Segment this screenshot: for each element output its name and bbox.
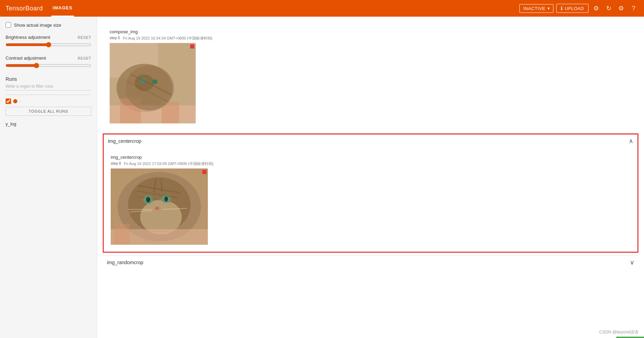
actual-size-label[interactable]: Show actual image size [14,23,61,28]
compose-img-section: compose_img step 0 Fri Aug 19 2022 16:34… [103,22,638,130]
compose-timestamp: Fri Aug 19 2022 16:34:34 GMT+0800 (中国标准时… [123,36,212,41]
brightness-reset-button[interactable]: RESET [78,35,91,40]
show-actual-size-control: Show actual image size [6,22,91,28]
contrast-reset-button[interactable]: RESET [78,56,91,60]
brightness-label: Brightness adjustment [6,35,50,40]
progress-bar [616,337,644,338]
compose-img-wrapper [110,43,196,123]
randomcrop-section: img_randomcrop ∨ [103,255,638,269]
compose-red-flag [190,44,194,49]
contrast-label: Contrast adjustment [6,55,46,61]
centercrop-red-flag [202,170,206,174]
svg-point-10 [152,79,158,84]
refresh-icon[interactable]: ↻ [604,3,613,13]
svg-point-21 [155,207,159,210]
compose-img-panel: compose_img step 0 Fri Aug 19 2022 16:34… [103,22,638,130]
centercrop-header: img_centercrop ∧ [104,135,637,148]
svg-rect-29 [114,224,130,245]
compose-img-title: compose_img [110,29,138,34]
centercrop-collapse-icon[interactable]: ∧ [629,137,633,145]
randomcrop-title: img_randomcrop [107,260,143,265]
compose-img-meta: step 0 Fri Aug 19 2022 16:34:34 GMT+0800… [110,36,212,41]
compose-step: step 0 [110,36,120,41]
info-icon: ℹ [561,6,562,11]
dropdown-chevron-icon: ▾ [548,6,550,11]
randomcrop-header: img_randomcrop ∨ [103,255,638,269]
centercrop-cat-image [111,168,208,245]
brand-logo: TensorBoard [6,5,43,12]
status-dropdown[interactable]: INACTIVE ▾ [519,4,553,13]
content-area: compose_img step 0 Fri Aug 19 2022 16:34… [97,17,644,338]
brightness-slider[interactable] [6,42,91,47]
settings-gear-icon[interactable]: ⚙ [591,3,601,13]
upload-button[interactable]: ℹ UPLOAD [556,4,588,13]
centercrop-img-wrapper [111,168,208,245]
runs-section: Runs Write a regex to filter runs · TOGG… [6,76,91,127]
centercrop-section: img_centercrop ∧ img_centercrop step 0 F… [103,133,638,253]
header-controls: INACTIVE ▾ ℹ UPLOAD ⚙ ↻ ⚙ ? [519,3,638,13]
randomcrop-expand-icon[interactable]: ∨ [630,259,634,266]
centercrop-card: img_centercrop step 0 Fri Aug 19 2022 17… [108,152,216,248]
contrast-section: Contrast adjustment RESET [6,55,91,69]
svg-point-19 [146,197,150,202]
run-checkbox[interactable] [6,98,11,104]
centercrop-title: img_centercrop [108,138,142,144]
settings-icon[interactable]: ⚙ [616,3,626,13]
toggle-all-runs-button[interactable]: TOGGLE ALL RUNS [6,107,91,116]
help-icon[interactable]: ? [629,3,638,13]
brightness-section: Brightness adjustment RESET [6,35,91,49]
centercrop-meta: step 0 Fri Aug 19 2022 17:03:09 GMT+0800… [111,161,213,166]
centercrop-step: step 0 [111,161,121,166]
images-tab[interactable]: IMAGES [51,0,74,17]
status-label: INACTIVE [523,6,545,11]
watermark: CSDN @beyond语语 [599,329,638,335]
centercrop-img-title: img_centercrop [111,155,142,160]
run-item: · [6,98,91,104]
runs-filter-hint: Write a regex to filter runs [6,84,91,90]
actual-size-checkbox[interactable] [6,22,11,28]
sidebar: Show actual image size Brightness adjust… [0,17,97,338]
centercrop-panel: img_centercrop step 0 Fri Aug 19 2022 17… [104,148,637,252]
upload-label: UPLOAD [565,6,584,11]
compose-img-card: compose_img step 0 Fri Aug 19 2022 16:34… [107,26,215,126]
main-layout: Show actual image size Brightness adjust… [0,17,644,338]
run-separator: · [19,99,20,104]
contrast-slider[interactable] [6,63,91,68]
run-color-indicator [13,99,17,103]
runs-title: Runs [6,76,91,82]
run-name: y_log [6,121,91,127]
header: TensorBoard IMAGES INACTIVE ▾ ℹ UPLOAD ⚙… [0,0,644,17]
centercrop-timestamp: Fri Aug 19 2022 17:03:09 GMT+0800 (中国标准时… [124,161,213,166]
svg-point-20 [164,197,168,201]
compose-cat-image [110,43,196,123]
